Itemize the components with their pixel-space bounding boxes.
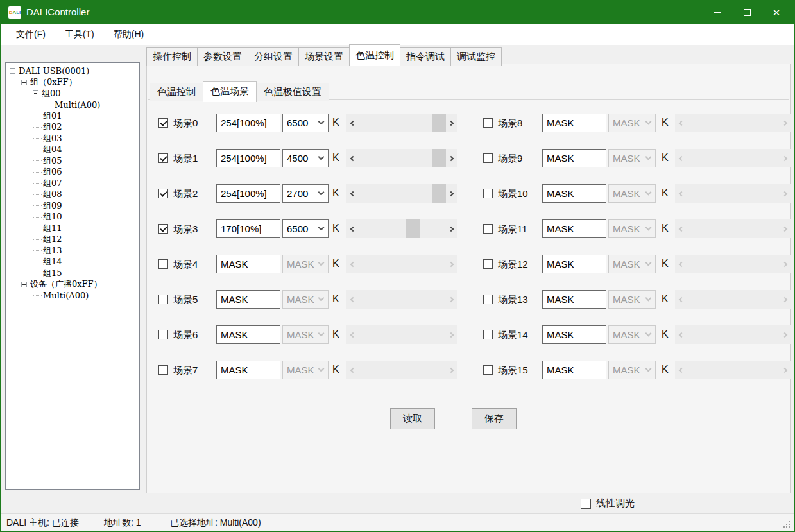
scene-row: 场景13MASKK [147,290,790,309]
subtab-color-temp-control[interactable]: 色温控制 [150,83,203,101]
tab-scene-settings[interactable]: 场景设置 [298,47,350,66]
tree-item[interactable]: 组11 [7,223,138,234]
tree-item-label: 组08 [43,189,62,200]
linear-dimming-checkbox[interactable] [581,499,591,509]
scrollbar-track [686,255,780,273]
tree-item[interactable]: 设备（广播0xFF） [7,279,138,291]
chevron-down-icon [645,119,652,125]
tree-item[interactable]: 组14 [7,257,138,268]
scene-level-input[interactable] [542,114,606,132]
resize-grip[interactable] [783,521,790,528]
tree-connector [33,217,42,218]
tree-connector [33,172,42,173]
scene-enable-checkbox[interactable] [483,365,493,375]
scene-colortemp-value: MASK [613,223,640,234]
tree-item[interactable]: 组04 [7,144,138,156]
tab-color-temp-control[interactable]: 色温控制 [349,44,400,66]
tree-item[interactable]: 组06 [7,167,138,178]
scrollbar-track [686,149,780,167]
scene-row: 场景11MASKK [147,219,790,239]
scene-level-input[interactable] [542,325,606,344]
scene-label: 场景10 [498,188,528,200]
tree-item[interactable]: Multi(A00) [7,290,138,302]
scroll-left-button [675,325,686,344]
scrollbar-track [686,184,780,203]
linear-dimming-option: 线性调光 [581,497,635,510]
scene-label: 场景13 [498,294,528,306]
tree-item[interactable]: 组02 [7,122,138,133]
scene-enable-checkbox[interactable] [483,224,493,234]
tree-item[interactable]: 组13 [7,245,138,257]
tree-collapse-icon[interactable] [21,80,27,85]
scene-enable-checkbox[interactable] [483,259,493,269]
tree-item[interactable]: 组00 [7,88,138,99]
tree-item[interactable]: 组10 [7,212,138,223]
menu-tools[interactable]: 工具(T) [55,24,104,45]
tree-connector [44,105,53,105]
tree-collapse-icon[interactable] [33,90,38,96]
tree-item[interactable]: 组07 [7,178,138,189]
subtab-color-temp-limits[interactable]: 色温极值设置 [256,83,329,101]
scene-enable-checkbox[interactable] [483,153,493,163]
save-button[interactable]: 保存 [472,408,517,429]
scene-level-scrollbar [675,361,791,379]
maximize-button[interactable] [732,0,762,24]
read-button[interactable]: 读取 [390,408,435,429]
scene-level-input[interactable] [542,361,606,379]
kelvin-label: K [662,364,669,375]
kelvin-label: K [662,329,669,340]
minimize-button[interactable] [703,0,732,24]
tree-item[interactable]: 组09 [7,200,138,212]
scene-level-input[interactable] [542,149,606,167]
menu-help[interactable]: 帮助(H) [104,24,153,45]
chevron-right-icon [782,332,787,337]
close-button[interactable]: ✕ [762,0,791,24]
menu-file[interactable]: 文件(F) [6,24,55,45]
tree-collapse-icon[interactable] [10,68,15,74]
titlebar: DALI DALIController ✕ [0,0,795,24]
tree-item[interactable]: 组01 [7,110,138,122]
tree-collapse-icon[interactable] [21,282,27,287]
chevron-down-icon [645,260,652,266]
app-icon-letter: I [19,10,21,15]
scene-level-input[interactable] [542,219,606,238]
tree-item[interactable]: 组15 [7,268,138,279]
scene-level-input[interactable] [542,255,606,273]
tree-item-label: 组03 [43,133,62,144]
statusbar: DALI 主机: 已连接 地址数: 1 已选择地址: Multi(A00) [1,513,794,531]
chevron-left-icon [678,261,683,266]
tab-debug-monitor[interactable]: 调试监控 [450,47,502,66]
tab-grouping-settings[interactable]: 分组设置 [248,47,299,66]
tree-item-label: 组13 [43,245,62,257]
tree-item[interactable]: 组03 [7,133,138,144]
tree-item-label: 组02 [43,121,62,133]
chevron-down-icon [645,330,652,337]
tab-command-debug[interactable]: 指令调试 [400,47,451,66]
tree-connector [33,273,42,273]
tree-item[interactable]: Multi(A00) [7,99,138,111]
scene-level-input[interactable] [542,184,606,203]
tree-connector [33,116,42,116]
scroll-left-button [675,255,686,273]
tab-parameter-settings[interactable]: 参数设置 [197,47,248,66]
scroll-right-button [780,255,791,273]
tree-item[interactable]: DALI USB(0001) [7,65,138,77]
chevron-right-icon [782,120,787,125]
scroll-right-button [780,361,791,379]
scroll-right-button [780,184,791,203]
scene-enable-checkbox[interactable] [483,330,493,339]
chevron-left-icon [678,367,683,372]
scene-level-input[interactable] [542,290,606,309]
scene-enable-checkbox[interactable] [483,189,493,198]
tree-item[interactable]: 组05 [7,155,138,167]
scene-row: 场景12MASKK [147,255,790,274]
scene-colortemp-value: MASK [613,117,640,128]
tab-operation-control[interactable]: 操作控制 [146,47,198,66]
tree-item[interactable]: 组08 [7,189,138,201]
scene-enable-checkbox[interactable] [483,295,493,304]
subtab-color-temp-scene[interactable]: 色温场景 [203,81,257,102]
scene-enable-checkbox[interactable] [483,118,493,128]
tree-item[interactable]: 组（0xFF） [7,77,138,89]
tree-item[interactable]: 组12 [7,234,138,246]
scroll-right-button [780,290,791,309]
